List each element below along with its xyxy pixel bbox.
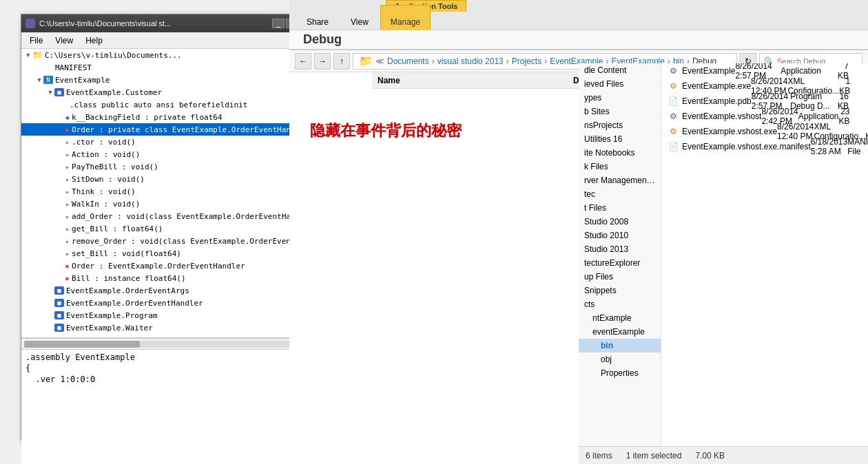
tree-item-root[interactable]: ▼📁C:\Users\v-timliu\Documents... [21,49,316,61]
code-line: { [25,363,312,375]
debug-label: Debug [303,32,342,47]
file-name-4: ⚙ EventExample.vshost.exe [667,125,777,138]
tree-item-backingfield[interactable]: ◆k__BackingField : private float64 [21,111,316,123]
selected-size: 7.00 KB [695,451,725,461]
nav-item-4[interactable]: nsProjects [579,118,661,132]
file-type-5: MANIFEST File [847,137,868,156]
tree-item-walkin[interactable]: ▸WalkIn : void() [21,198,316,210]
tree-item-program[interactable]: ■EventExample.Program [21,309,316,321]
expand-spacer [57,212,65,220]
tree-item-paythebill[interactable]: ▸PayTheBill : void() [21,160,316,173]
vs-window-title: C:\Users\v-timliu\Documents\visual st... [39,19,268,28]
tree-item-ctor[interactable]: ▸.ctor : void() [21,136,316,148]
tree-item-removeorder[interactable]: ▸remove_Order : void(class EventExample.… [21,235,316,247]
tree-item-addorder[interactable]: ▸add_Order : void(class EventExample.Ord… [21,210,316,222]
nav-item-17[interactable]: cts [579,297,661,311]
tree-label: SitDown : void() [72,175,145,184]
nav-item-0[interactable]: dle Content [579,63,661,77]
tree-item-ordereventhandler[interactable]: ■EventExample.OrderEventHandler [21,297,316,309]
vs-tree[interactable]: ▼📁C:\Users\v-timliu\Documents... MANIFES… [21,49,316,338]
expand-icon[interactable]: ▼ [46,88,54,96]
nav-item-15[interactable]: up Files [579,270,661,284]
nav-item-2[interactable]: ypes [579,91,661,105]
nav-item-1[interactable]: ieved Files [579,77,661,91]
method-icon: ▸ [65,176,70,183]
up-button[interactable]: ↑ [333,53,350,70]
nav-item-14[interactable]: tectureExplorer [579,256,661,270]
tree-item-beforefieldinit[interactable]: .class public auto ansi beforefieldinit [21,98,316,111]
tree-item-getbill[interactable]: ▸get_Bill : float64() [21,222,316,235]
expand-spacer [57,224,65,233]
vs-hscroll[interactable] [21,338,316,349]
file-name-1: ⚙ EventExample.exe [667,80,751,92]
file-icon-5: 📄 [667,140,679,153]
tree-label: Bill : instance float64() [72,274,186,283]
tree-item-setbill[interactable]: ▸set_Bill : void(float64) [21,247,316,260]
class-icon: ■ [54,88,64,96]
nav-item-19[interactable]: eventExample [579,325,661,339]
nav-item-5[interactable]: Utilities 16 [579,132,661,146]
tree-item-order[interactable]: ◆Order : private class EventExample.Orde… [21,123,316,136]
nav-item-9[interactable]: tec [579,187,661,201]
nav-item-3[interactable]: b Sites [579,105,661,118]
tab-share[interactable]: Share [296,14,339,30]
vs-codepanel[interactable]: .assembly EventExample{ .ver 1:0:0:0 [21,349,316,464]
expand-icon[interactable]: ▼ [24,51,32,59]
menu-view[interactable]: View [50,34,79,47]
expand-spacer [46,299,54,307]
nav-item-12[interactable]: Studio 2010 [579,229,661,242]
tree-item-eventexample[interactable]: ▼NEventExample [21,74,316,86]
nav-item-16[interactable]: Snippets [579,284,661,297]
expand-spacer [46,324,54,332]
path-projects[interactable]: Projects [512,56,541,66]
tree-item-manifest[interactable]: MANIFEST [21,61,316,74]
forward-button[interactable]: → [314,53,331,70]
path-documents[interactable]: Documents [387,56,429,66]
tree-item-customer[interactable]: ▼■EventExample.Customer [21,86,316,98]
tree-item-waiter[interactable]: ■EventExample.Waiter [21,321,316,334]
expand-spacer [57,138,65,146]
nav-item-8[interactable]: rver Management Stu [579,173,661,187]
path-vstudio[interactable]: visual studio 2013 [437,56,504,66]
tree-label: C:\Users\v-timliu\Documents... [45,51,182,60]
minimize-button[interactable]: _ [272,19,285,28]
back-button[interactable]: ← [295,53,311,70]
menu-file[interactable]: File [24,34,48,47]
tree-label: set_Bill : void(float64) [72,249,181,258]
nav-tree[interactable]: dle Contentieved Filesypesb SitesnsProje… [579,63,661,449]
tree-item-sitdown[interactable]: ▸SitDown : void() [21,173,316,185]
method-icon: ▸ [65,213,70,220]
tree-item-bill[interactable]: ◆Bill : instance float64() [21,272,316,284]
nav-item-6[interactable]: ite Notebooks [579,146,661,160]
tree-label: EventExample.Waiter [66,324,153,333]
tree-item-orderprop[interactable]: ◆Order : EventExample.OrderEventHandler [21,260,316,272]
nav-item-7[interactable]: k Files [579,160,661,173]
nav-item-11[interactable]: Studio 2008 [579,215,661,229]
tree-label: Order : EventExample.OrderEventHandler [72,262,245,271]
tree-label: EventExample.OrderEventArgs [66,286,189,295]
class-icon: ■ [54,286,64,295]
file-icon-4: ⚙ [667,125,679,138]
menu-help[interactable]: Help [80,34,108,47]
nav-item-13[interactable]: Studio 2013 [579,242,661,256]
tree-item-think[interactable]: ▸Think : void() [21,185,316,198]
file-row-5[interactable]: 📄 EventExample.vshost.exe.manifest 6/18/… [661,139,868,154]
nav-item-22[interactable]: Properties [579,366,661,380]
file-name-3: ⚙ EventExample.vshost [667,110,761,123]
nav-item-10[interactable]: t Files [579,201,661,215]
expand-icon[interactable]: ▼ [35,76,43,84]
nav-item-21[interactable]: obj [579,352,661,366]
nav-item-20[interactable]: bin [579,339,661,352]
tab-view[interactable]: View [340,14,379,30]
class-icon: ■ [54,311,64,319]
expand-spacer [57,175,65,183]
method-icon: ▸ [65,151,70,158]
tree-item-action[interactable]: ▸Action : void() [21,148,316,160]
nav-item-18[interactable]: ntExample [579,311,661,325]
col-name-header[interactable]: Name [378,76,573,85]
expand-spacer [46,286,54,295]
ribbon-content: Debug [289,30,868,50]
tab-manage[interactable]: Manage [380,14,431,30]
method-icon: ▸ [65,163,70,171]
tree-item-orderargs[interactable]: ■EventExample.OrderEventArgs [21,284,316,297]
